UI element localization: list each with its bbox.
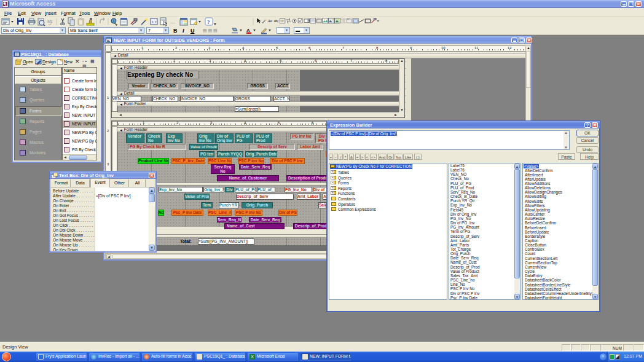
svg-text:?: ?: [207, 19, 210, 25]
svg-text:…: …: [170, 19, 175, 25]
svg-text:‹›: ‹›: [151, 19, 157, 25]
svg-text:Aa: Aa: [267, 19, 272, 23]
svg-text:xyz: xyz: [280, 20, 284, 22]
svg-text:ab|: ab|: [274, 19, 278, 23]
